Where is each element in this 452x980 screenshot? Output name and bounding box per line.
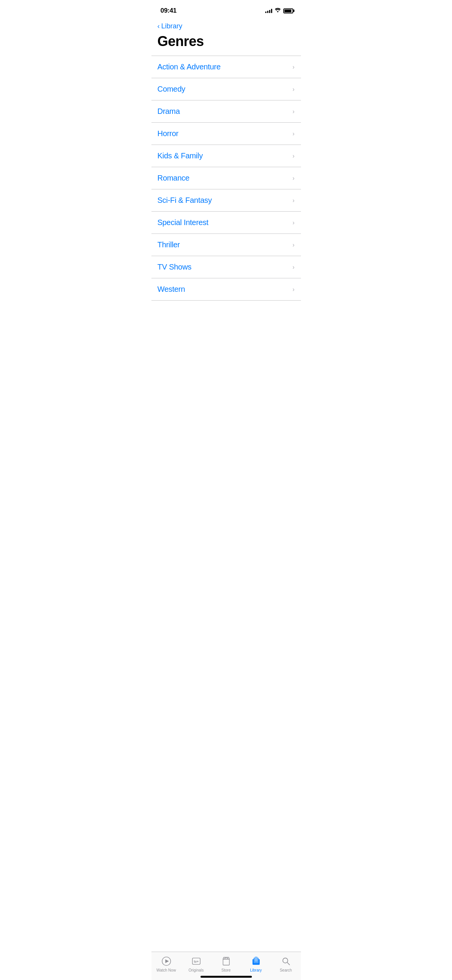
genre-name-romance: Romance — [158, 174, 190, 183]
status-bar: 09:41 — [151, 0, 301, 19]
genre-chevron-western: › — [293, 286, 295, 293]
genre-chevron-kids-family: › — [293, 152, 295, 160]
genre-chevron-horror: › — [293, 130, 295, 138]
genre-chevron-sci-fi-fantasy: › — [293, 197, 295, 204]
genre-name-thriller: Thriller — [158, 240, 180, 249]
genre-name-special-interest: Special Interest — [158, 218, 209, 227]
back-navigation[interactable]: ‹ Library — [151, 19, 301, 30]
genre-name-tv-shows: TV Shows — [158, 263, 192, 271]
genre-item-romance[interactable]: Romance› — [151, 167, 301, 189]
genre-chevron-tv-shows: › — [293, 263, 295, 271]
genre-name-action-adventure: Action & Adventure — [158, 62, 221, 71]
genre-name-horror: Horror — [158, 129, 179, 138]
page-title: Genres — [151, 30, 301, 56]
genre-name-drama: Drama — [158, 107, 180, 116]
signal-icon — [265, 8, 272, 13]
status-icons — [265, 8, 293, 14]
genre-chevron-romance: › — [293, 174, 295, 182]
back-chevron-icon: ‹ — [158, 22, 160, 30]
genre-item-sci-fi-fantasy[interactable]: Sci-Fi & Fantasy› — [151, 189, 301, 212]
genre-name-kids-family: Kids & Family — [158, 151, 203, 160]
genre-name-sci-fi-fantasy: Sci-Fi & Fantasy — [158, 196, 212, 205]
genre-item-tv-shows[interactable]: TV Shows› — [151, 256, 301, 278]
status-time: 09:41 — [161, 7, 177, 15]
genre-item-kids-family[interactable]: Kids & Family› — [151, 145, 301, 167]
genre-name-western: Western — [158, 285, 185, 294]
back-label: Library — [161, 22, 182, 30]
genre-item-action-adventure[interactable]: Action & Adventure› — [151, 56, 301, 78]
genre-chevron-comedy: › — [293, 86, 295, 93]
genre-item-drama[interactable]: Drama› — [151, 100, 301, 123]
wifi-icon — [274, 8, 281, 14]
genre-chevron-thriller: › — [293, 241, 295, 249]
genre-item-thriller[interactable]: Thriller› — [151, 234, 301, 256]
genre-name-comedy: Comedy — [158, 85, 186, 94]
genre-item-special-interest[interactable]: Special Interest› — [151, 212, 301, 234]
genre-chevron-action-adventure: › — [293, 63, 295, 71]
genre-item-horror[interactable]: Horror› — [151, 123, 301, 145]
genre-item-western[interactable]: Western› — [151, 278, 301, 301]
genre-item-comedy[interactable]: Comedy› — [151, 78, 301, 100]
genre-chevron-drama: › — [293, 108, 295, 115]
genre-list: Action & Adventure›Comedy›Drama›Horror›K… — [151, 56, 301, 301]
battery-icon — [283, 8, 293, 13]
genre-chevron-special-interest: › — [293, 219, 295, 227]
